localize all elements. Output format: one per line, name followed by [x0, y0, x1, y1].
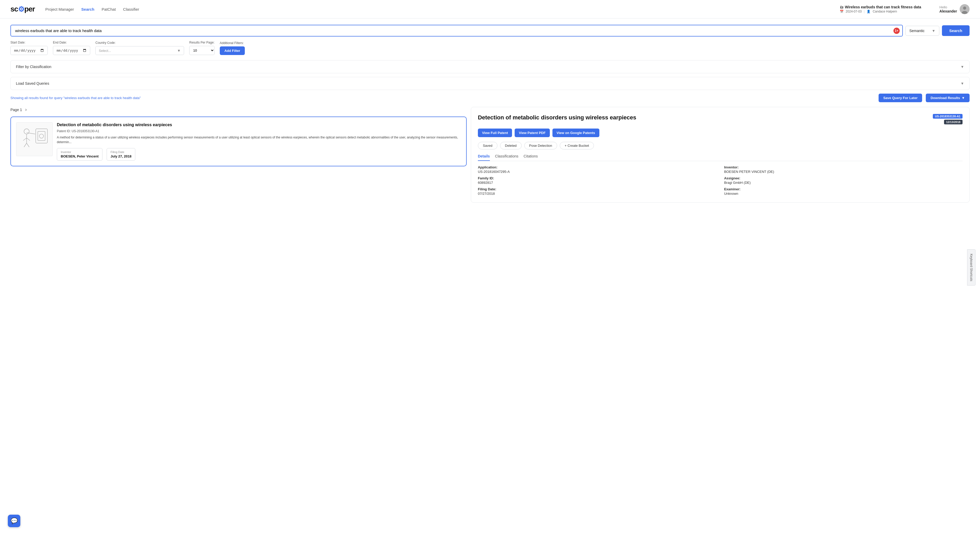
username-text: Alexander [939, 9, 957, 13]
project-meta: 📅 2024-07-03 | 👤 Candace Halpern [840, 10, 921, 13]
patent-date-badge: 12/13/2018 [944, 119, 963, 124]
country-chevron-icon: ▼ [177, 48, 181, 53]
results-per-page-group: Results Per Page: 10 25 50 100 [189, 41, 215, 55]
detail-tabs: Details Classifications Citations [478, 154, 963, 161]
tab-details[interactable]: Details [478, 154, 490, 161]
folder-icon: 🗂 [840, 5, 843, 9]
search-badge: 1+ [893, 28, 900, 34]
avatar[interactable] [960, 4, 970, 14]
classification-chevron-icon: ▼ [961, 65, 964, 69]
logo: sc⚙per [10, 5, 35, 14]
patent-card[interactable]: Detection of metabolic disorders using w… [10, 116, 467, 166]
svg-point-1 [963, 6, 966, 10]
detail-family-id: Family ID: 60892817 [478, 176, 716, 185]
results-text: Showing all results found for query "wir… [10, 96, 875, 100]
detail-filing-date: Filing Date: 07/27/2018 [478, 187, 716, 196]
svg-point-3 [24, 129, 29, 134]
pose-detection-tag-button[interactable]: Pose Detection [524, 142, 557, 150]
start-date-input[interactable] [10, 46, 48, 55]
results-per-page-label: Results Per Page: [189, 41, 215, 44]
patent-meta: Inventor BOESEN, Peter Vincent Filing Da… [57, 148, 461, 161]
patent-id: Patent ID: US-2018353130-A1 [57, 129, 461, 133]
filters-row: Start Date: End Date: Country Code: Sele… [10, 41, 970, 55]
action-buttons: View Full Patent View Patent PDF View on… [478, 129, 963, 137]
end-date-input[interactable] [53, 46, 90, 55]
save-query-button[interactable]: Save Query For Later [878, 94, 923, 102]
user-info: Hello Alexander [939, 4, 970, 14]
project-info: 🗂 Wireless earbuds that can track fitnes… [840, 5, 921, 13]
detail-grid: Application: US-201816047295-A Inventor:… [478, 165, 963, 196]
calendar-icon: 📅 [840, 10, 844, 13]
svg-rect-9 [36, 129, 48, 143]
country-code-group: Country Code: Select... ▼ [95, 41, 184, 55]
detail-badges: US-2018353130-A1 12/13/2018 [933, 114, 963, 124]
inventor-meta: Inventor BOESEN, Peter Vincent [57, 148, 102, 161]
country-code-label: Country Code: [95, 41, 184, 45]
view-on-google-patents-button[interactable]: View on Google Patents [552, 129, 599, 137]
search-input[interactable] [10, 25, 903, 37]
left-panel: Page 1 › [10, 107, 471, 202]
create-bucket-button[interactable]: + Create Bucket [560, 142, 594, 150]
svg-rect-10 [38, 131, 45, 140]
svg-line-8 [27, 143, 29, 147]
main-content: 1+ Semantic ▼ Search Start Date: End Dat… [0, 19, 980, 209]
tab-citations[interactable]: Citations [523, 154, 538, 161]
search-bar: 1+ Semantic ▼ Search [10, 25, 970, 37]
results-per-page-select[interactable]: 10 25 50 100 [189, 46, 215, 55]
nav-patchat[interactable]: PatChat [102, 7, 116, 11]
project-title: 🗂 Wireless earbuds that can track fitnes… [840, 5, 921, 9]
add-filter-button[interactable]: Add Filter [220, 46, 245, 55]
end-date-group: End Date: [53, 41, 90, 55]
detail-application: Application: US-201816047295-A [478, 165, 716, 174]
svg-line-6 [27, 138, 30, 140]
deleted-tag-button[interactable]: Deleted [500, 142, 522, 150]
next-page-button[interactable]: › [25, 107, 27, 112]
search-input-container: 1+ [10, 25, 903, 37]
detail-title: Detection of metabolic disorders using w… [478, 114, 929, 121]
greeting-text: Hello [939, 5, 957, 9]
detail-examiner: Examiner: Unknown [724, 187, 963, 196]
saved-queries-chevron-icon: ▼ [961, 81, 964, 86]
view-patent-pdf-button[interactable]: View Patent PDF [515, 129, 550, 137]
patent-title: Detection of metabolic disorders using w… [57, 122, 461, 128]
svg-line-7 [24, 143, 27, 147]
nav-search[interactable]: Search [81, 7, 94, 11]
patent-id-badge: US-2018353130-A1 [933, 114, 963, 119]
tag-buttons: Saved Deleted Pose Detection + Create Bu… [478, 142, 963, 150]
download-chevron-icon: ▼ [961, 96, 965, 100]
svg-line-5 [23, 138, 27, 140]
main-nav: Project Manager Search PatChat Classifie… [45, 7, 139, 11]
logo-gear-icon: ⚙ [18, 5, 24, 14]
svg-point-11 [39, 134, 43, 138]
filing-date-meta: Filing Date July 27, 2018 [107, 148, 135, 161]
detail-assignee: Assignee: Bragi GmbH (DE) [724, 176, 963, 185]
right-panel: Detection of metabolic disorders using w… [471, 107, 970, 202]
results-bar: Showing all results found for query "wir… [10, 94, 970, 102]
nav-classifier[interactable]: Classifier [123, 7, 139, 11]
content-area: Page 1 › [10, 107, 970, 202]
search-type-select[interactable]: Semantic ▼ [905, 26, 939, 36]
start-date-label: Start Date: [10, 41, 48, 44]
additional-filters-group: Additional Filters: Add Filter [220, 41, 245, 55]
start-date-group: Start Date: [10, 41, 48, 55]
search-button[interactable]: Search [942, 25, 970, 36]
patent-info: Detection of metabolic disorders using w… [57, 122, 461, 161]
download-results-button[interactable]: Download Results ▼ [926, 94, 970, 102]
additional-filters-label: Additional Filters: [220, 41, 245, 45]
country-code-select[interactable]: Select... ▼ [95, 46, 184, 55]
detail-inventor: Inventor: BOESEN PETER VINCENT (DE) [724, 165, 963, 174]
tab-classifications[interactable]: Classifications [495, 154, 518, 161]
load-saved-queries[interactable]: Load Saved Queries ▼ [10, 77, 970, 90]
user-icon: 👤 [867, 10, 870, 13]
page-label: Page 1 [10, 108, 22, 112]
saved-tag-button[interactable]: Saved [478, 142, 498, 150]
detail-header: Detection of metabolic disorders using w… [478, 114, 963, 124]
patent-abstract: A method for determining a status of a u… [57, 135, 461, 145]
nav-project-manager[interactable]: Project Manager [45, 7, 74, 11]
end-date-label: End Date: [53, 41, 90, 44]
header: sc⚙per Project Manager Search PatChat Cl… [0, 0, 980, 19]
patent-thumbnail [16, 122, 52, 156]
filter-by-classification[interactable]: Filter by Classification ▼ [10, 60, 970, 73]
pagination: Page 1 › [10, 107, 467, 112]
view-full-patent-button[interactable]: View Full Patent [478, 129, 512, 137]
